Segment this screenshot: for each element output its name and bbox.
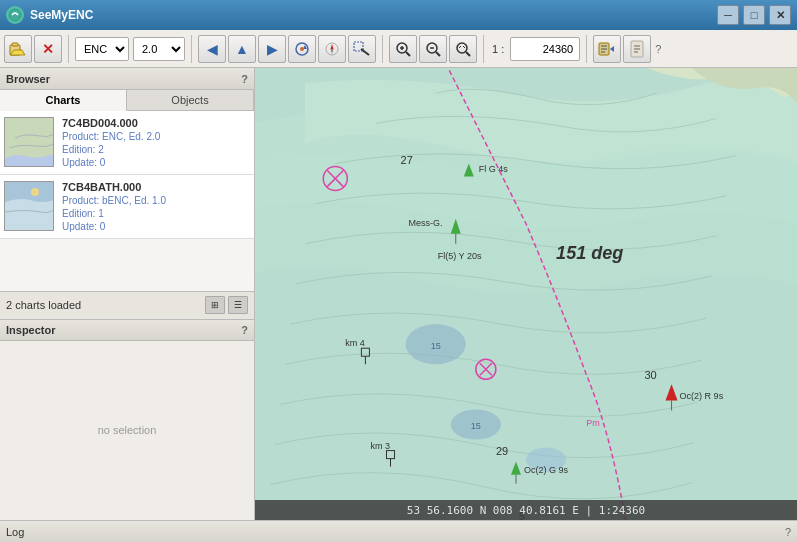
browser-tabs: Charts Objects: [0, 90, 254, 111]
info-button[interactable]: [623, 35, 651, 63]
pan-left-button[interactable]: ◀: [198, 35, 226, 63]
charts-loaded-label: 2 charts loaded: [6, 299, 81, 311]
svg-point-14: [457, 43, 467, 53]
svg-line-17: [463, 46, 465, 48]
svg-text:Pm: Pm: [586, 418, 600, 428]
svg-point-28: [31, 188, 39, 196]
chart-product-2: Product: bENC, Ed. 1.0: [62, 195, 250, 206]
grid-view-button[interactable]: ⊞: [205, 296, 225, 314]
scale-selector[interactable]: 2.0: [133, 37, 185, 61]
chart-info-2: 7CB4BATH.000 Product: bENC, Ed. 1.0 Edit…: [62, 181, 250, 232]
svg-text:27: 27: [401, 154, 413, 166]
svg-text:30: 30: [644, 369, 656, 381]
svg-line-16: [459, 46, 461, 48]
chart-info-1: 7C4BD004.000 Product: ENC, Ed. 2.0 Editi…: [62, 117, 250, 168]
right-tools: [593, 35, 651, 63]
browser-title: Browser: [6, 73, 50, 85]
svg-text:Fl(5) Y 20s: Fl(5) Y 20s: [438, 251, 482, 261]
inspector-title: Inspector: [6, 324, 56, 336]
chart-thumbnail-1: [4, 117, 54, 167]
left-panel: Browser ? Charts Objects: [0, 68, 255, 520]
rotate-button[interactable]: [288, 35, 316, 63]
chart-name-1: 7C4BD004.000: [62, 117, 250, 129]
svg-text:Mess-G.: Mess-G.: [409, 218, 443, 228]
svg-text:Fl G 4s: Fl G 4s: [479, 164, 509, 174]
svg-point-0: [9, 9, 21, 21]
tab-objects[interactable]: Objects: [127, 90, 254, 110]
scale-input[interactable]: [510, 37, 580, 61]
window-controls: ─ □ ✕: [717, 5, 791, 25]
coordinates: 53 56.1600 N 008 40.8161 E | 1:24360: [407, 504, 645, 517]
svg-line-15: [466, 52, 470, 56]
chart-list: 7C4BD004.000 Product: ENC, Ed. 2.0 Editi…: [0, 111, 254, 291]
sep-3: [382, 35, 383, 63]
map-svg: 15 15 Fl(5) Y 20s Mess-G.: [255, 68, 797, 520]
svg-text:Oc(2) R 9s: Oc(2) R 9s: [680, 391, 724, 401]
chart-item-1[interactable]: 7C4BD004.000 Product: ENC, Ed. 2.0 Editi…: [0, 111, 254, 175]
zoom-in-button[interactable]: [389, 35, 417, 63]
help-button[interactable]: ?: [655, 43, 661, 55]
chart-edition-1: Edition: 2: [62, 144, 250, 155]
inspector-help[interactable]: ?: [241, 324, 248, 336]
nav-tools: ◀ ▲ ▶: [198, 35, 376, 63]
chart-edition-2: Edition: 1: [62, 208, 250, 219]
zoom-tools: [389, 35, 477, 63]
inspector-header: Inspector ?: [0, 319, 254, 341]
close-file-button[interactable]: ✕: [34, 35, 62, 63]
browser-help[interactable]: ?: [241, 73, 248, 85]
coordinate-bar: 53 56.1600 N 008 40.8161 E | 1:24360: [255, 500, 797, 520]
compass-button[interactable]: [318, 35, 346, 63]
svg-rect-2: [12, 43, 18, 46]
svg-text:km 4: km 4: [345, 338, 365, 348]
chart-update-2: Update: 0: [62, 221, 250, 232]
no-selection-label: no selection: [98, 424, 157, 436]
zoom-area-button[interactable]: [348, 35, 376, 63]
charts-footer: 2 charts loaded ⊞ ☰: [0, 291, 254, 319]
svg-text:km 3: km 3: [370, 441, 390, 451]
svg-text:15: 15: [431, 341, 441, 351]
scale-ratio-label: 1 :: [492, 43, 504, 55]
log-help[interactable]: ?: [785, 526, 791, 538]
settings-button[interactable]: [593, 35, 621, 63]
svg-text:15: 15: [471, 422, 481, 432]
chart-update-1: Update: 0: [62, 157, 250, 168]
log-title: Log: [6, 526, 24, 538]
map-area[interactable]: 15 15 Fl(5) Y 20s Mess-G.: [255, 68, 797, 520]
tab-charts[interactable]: Charts: [0, 90, 127, 111]
sep-4: [483, 35, 484, 63]
chart-item-2[interactable]: 7CB4BATH.000 Product: bENC, Ed. 1.0 Edit…: [0, 175, 254, 239]
chart-thumbnail-2: [4, 181, 54, 231]
zoom-fit-button[interactable]: [449, 35, 477, 63]
svg-text:151 deg: 151 deg: [556, 243, 623, 263]
browser-header: Browser ?: [0, 68, 254, 90]
sep-2: [191, 35, 192, 63]
sep-1: [68, 35, 69, 63]
svg-text:29: 29: [496, 445, 508, 457]
list-view-button[interactable]: ☰: [228, 296, 248, 314]
inspector-body: no selection: [0, 341, 254, 521]
main-layout: Browser ? Charts Objects: [0, 68, 797, 520]
maximize-button[interactable]: □: [743, 5, 765, 25]
sep-5: [586, 35, 587, 63]
app-icon: [6, 6, 24, 24]
title-bar: SeeMyENC ─ □ ✕: [0, 0, 797, 30]
pan-right-button[interactable]: ▶: [258, 35, 286, 63]
zoom-out-button[interactable]: [419, 35, 447, 63]
chart-product-1: Product: ENC, Ed. 2.0: [62, 131, 250, 142]
enc-selector[interactable]: ENC: [75, 37, 129, 61]
minimize-button[interactable]: ─: [717, 5, 739, 25]
chart-name-2: 7CB4BATH.000: [62, 181, 250, 193]
app-title: SeeMyENC: [30, 8, 717, 22]
svg-line-13: [436, 52, 440, 56]
pan-up-button[interactable]: ▲: [228, 35, 256, 63]
svg-point-4: [300, 47, 304, 51]
log-bar: Log ?: [0, 520, 797, 542]
file-tools: ✕: [4, 35, 62, 63]
svg-text:Oc(2) G 9s: Oc(2) G 9s: [524, 465, 569, 475]
close-button[interactable]: ✕: [769, 5, 791, 25]
toolbar: ✕ ENC 2.0 ◀ ▲ ▶: [0, 30, 797, 68]
open-button[interactable]: [4, 35, 32, 63]
footer-icons: ⊞ ☰: [205, 296, 248, 314]
svg-line-10: [406, 52, 410, 56]
